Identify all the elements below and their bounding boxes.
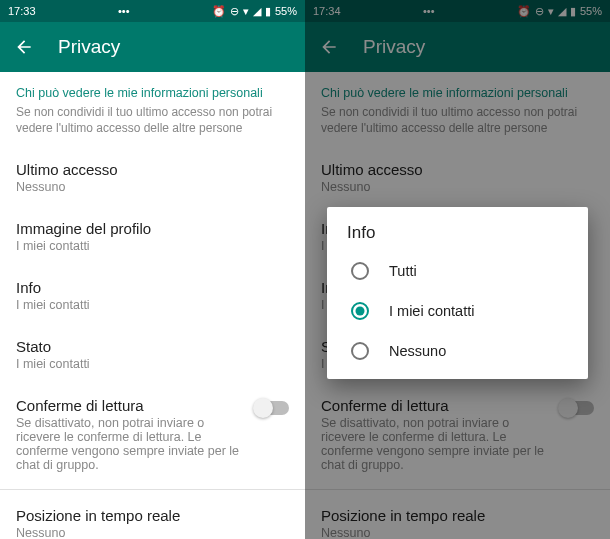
- dialog-title: Info: [327, 223, 588, 251]
- item-read-receipts[interactable]: Conferme di lettura Se disattivato, non …: [305, 384, 610, 485]
- item-read-receipts[interactable]: Conferme di lettura Se disattivato, non …: [0, 384, 305, 485]
- status-time: 17:33: [8, 5, 36, 17]
- item-title: Posizione in tempo reale: [321, 507, 594, 524]
- radio-icon: [351, 342, 369, 360]
- item-sub: I miei contatti: [16, 239, 289, 253]
- wifi-icon: ▾: [548, 5, 554, 18]
- item-profile-photo[interactable]: Immagine del profilo I miei contatti: [0, 207, 305, 266]
- item-sub: Se disattivato, non potrai inviare o ric…: [321, 416, 548, 472]
- back-icon[interactable]: [14, 37, 34, 57]
- option-label: Nessuno: [389, 343, 446, 359]
- section-note: Se non condividi il tuo ultimo accesso n…: [305, 104, 610, 148]
- action-bar: Privacy: [0, 22, 305, 72]
- item-title: Immagine del profilo: [16, 220, 289, 237]
- status-icons: •••: [118, 5, 130, 17]
- battery-icon: ▮: [570, 5, 576, 18]
- item-last-seen[interactable]: Ultimo accesso Nessuno: [305, 148, 610, 207]
- item-sub: I miei contatti: [16, 357, 289, 371]
- screen-privacy-dialog: 17:34 ••• ⏰ ⊖ ▾ ◢ ▮ 55% Privacy Chi può …: [305, 0, 610, 539]
- radio-icon: [351, 302, 369, 320]
- read-receipts-switch[interactable]: [255, 401, 289, 415]
- status-bar: 17:33 ••• ⏰ ⊖ ▾ ◢ ▮ 55%: [0, 0, 305, 22]
- item-status[interactable]: Stato I miei contatti: [0, 325, 305, 384]
- item-sub: I miei contatti: [16, 298, 289, 312]
- item-sub: Nessuno: [321, 180, 594, 194]
- item-title: Ultimo accesso: [16, 161, 289, 178]
- section-header: Chi può vedere le mie informazioni perso…: [0, 72, 305, 104]
- wifi-icon: ▾: [243, 5, 249, 18]
- battery-icon: ▮: [265, 5, 271, 18]
- option-nobody[interactable]: Nessuno: [327, 331, 588, 371]
- screen-privacy-settings: 17:33 ••• ⏰ ⊖ ▾ ◢ ▮ 55% Privacy Chi può …: [0, 0, 305, 539]
- item-last-seen[interactable]: Ultimo accesso Nessuno: [0, 148, 305, 207]
- item-sub: Nessuno: [16, 180, 289, 194]
- status-time: 17:34: [313, 5, 341, 17]
- more-icon: •••: [423, 5, 435, 17]
- divider: [0, 489, 305, 490]
- alarm-icon: ⏰: [212, 5, 226, 18]
- option-my-contacts[interactable]: I miei contatti: [327, 291, 588, 331]
- signal-icon: ◢: [558, 5, 566, 18]
- back-icon[interactable]: [319, 37, 339, 57]
- section-header: Chi può vedere le mie informazioni perso…: [305, 72, 610, 104]
- read-receipts-switch[interactable]: [560, 401, 594, 415]
- status-right: ⏰ ⊖ ▾ ◢ ▮ 55%: [212, 5, 297, 18]
- status-icons: •••: [423, 5, 435, 17]
- vpn-icon: ⊖: [230, 5, 239, 18]
- page-title: Privacy: [58, 36, 120, 58]
- option-everyone[interactable]: Tutti: [327, 251, 588, 291]
- item-sub: Nessuno: [16, 526, 289, 539]
- section-note: Se non condividi il tuo ultimo accesso n…: [0, 104, 305, 148]
- vpn-icon: ⊖: [535, 5, 544, 18]
- more-icon: •••: [118, 5, 130, 17]
- item-sub: Se disattivato, non potrai inviare o ric…: [16, 416, 243, 472]
- item-about[interactable]: Info I miei contatti: [0, 266, 305, 325]
- alarm-icon: ⏰: [517, 5, 531, 18]
- divider: [305, 489, 610, 490]
- item-live-location[interactable]: Posizione in tempo reale Nessuno: [0, 494, 305, 539]
- item-title: Conferme di lettura: [321, 397, 548, 414]
- option-label: I miei contatti: [389, 303, 474, 319]
- radio-icon: [351, 262, 369, 280]
- info-dialog: Info Tutti I miei contatti Nessuno: [327, 207, 588, 379]
- page-title: Privacy: [363, 36, 425, 58]
- battery-percent: 55%: [580, 5, 602, 17]
- signal-icon: ◢: [253, 5, 261, 18]
- settings-content: Chi può vedere le mie informazioni perso…: [0, 72, 305, 539]
- item-title: Ultimo accesso: [321, 161, 594, 178]
- option-label: Tutti: [389, 263, 417, 279]
- status-bar: 17:34 ••• ⏰ ⊖ ▾ ◢ ▮ 55%: [305, 0, 610, 22]
- item-sub: Nessuno: [321, 526, 594, 539]
- battery-percent: 55%: [275, 5, 297, 17]
- item-title: Info: [16, 279, 289, 296]
- item-title: Posizione in tempo reale: [16, 507, 289, 524]
- status-right: ⏰ ⊖ ▾ ◢ ▮ 55%: [517, 5, 602, 18]
- item-title: Stato: [16, 338, 289, 355]
- item-live-location[interactable]: Posizione in tempo reale Nessuno: [305, 494, 610, 539]
- action-bar: Privacy: [305, 22, 610, 72]
- item-title: Conferme di lettura: [16, 397, 243, 414]
